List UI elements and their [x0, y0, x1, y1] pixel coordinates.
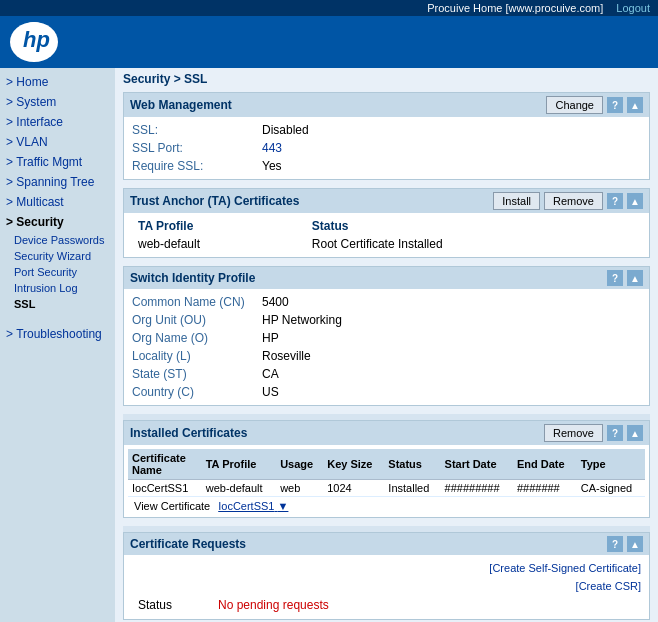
view-cert-select[interactable]: IocCertSS1 ▼ [218, 500, 288, 512]
installed-certs-actions: Remove ? ▲ [544, 424, 643, 442]
installed-certs-title: Installed Certificates [130, 426, 247, 440]
sidebar-sub-security-wizard[interactable]: Security Wizard [0, 248, 115, 264]
sidebar: > Home > System > Interface > VLAN > Tra… [0, 68, 115, 622]
cn-label: Common Name (CN) [132, 295, 262, 309]
col-cert-name: CertificateName [128, 449, 202, 480]
ta-col-profile: TA Profile [132, 217, 306, 235]
col-key-size: Key Size [323, 449, 384, 480]
svg-text:hp: hp [23, 27, 50, 52]
cert-req-status-value: No pending requests [218, 598, 329, 612]
org-value: HP [262, 331, 279, 345]
dropdown-icon: ▼ [278, 500, 289, 512]
ssl-port-value: 443 [262, 141, 282, 155]
ssl-label: SSL: [132, 123, 262, 137]
switch-identity-panel: Switch Identity Profile ? ▲ Common Name … [123, 266, 650, 406]
require-ssl-label: Require SSL: [132, 159, 262, 173]
sidebar-item-system[interactable]: > System [0, 92, 115, 112]
sidebar-item-vlan[interactable]: > VLAN [0, 132, 115, 152]
col-ta-profile: TA Profile [202, 449, 276, 480]
require-ssl-row: Require SSL: Yes [132, 157, 641, 175]
cert-row: IocCertSS1 web-default web 1024 Installe… [128, 480, 645, 497]
cert-type: CA-signed [577, 480, 645, 497]
view-cert-label: View Certificate [134, 500, 210, 512]
web-management-title: Web Management [130, 98, 232, 112]
switch-identity-actions: ? ▲ [607, 270, 643, 286]
remove-ta-button[interactable]: Remove [544, 192, 603, 210]
ta-certs-header: Trust Anchor (TA) Certificates Install R… [124, 189, 649, 213]
sidebar-item-security[interactable]: > Security [0, 212, 115, 232]
change-button[interactable]: Change [546, 96, 603, 114]
breadcrumb: Security > SSL [123, 72, 650, 86]
ou-label: Org Unit (OU) [132, 313, 262, 327]
main-layout: > Home > System > Interface > VLAN > Tra… [0, 68, 658, 622]
create-self-signed-link[interactable]: [Create Self-Signed Certificate] [489, 562, 641, 574]
country-row: Country (C) US [132, 383, 641, 401]
sidebar-item-troubleshooting[interactable]: > Troubleshooting [0, 324, 115, 344]
web-management-panel: Web Management Change ? ▲ SSL: Disabled … [123, 92, 650, 180]
ssl-value: Disabled [262, 123, 309, 137]
header: hp [0, 16, 658, 68]
si-help-icon[interactable]: ? [607, 270, 623, 286]
installed-certs-panel: Installed Certificates Remove ? ▲ Certif… [123, 420, 650, 518]
ic-help-icon[interactable]: ? [607, 425, 623, 441]
cert-usage: web [276, 480, 323, 497]
sidebar-sub-intrusion-log[interactable]: Intrusion Log [0, 280, 115, 296]
sidebar-item-spanning[interactable]: > Spanning Tree [0, 172, 115, 192]
col-type: Type [577, 449, 645, 480]
locality-value: Roseville [262, 349, 311, 363]
cert-ta-profile: web-default [202, 480, 276, 497]
ta-collapse-icon[interactable]: ▲ [627, 193, 643, 209]
locality-row: Locality (L) Roseville [132, 347, 641, 365]
switch-identity-header: Switch Identity Profile ? ▲ [124, 267, 649, 289]
cert-requests-panel: Certificate Requests ? ▲ [Create Self-Si… [123, 532, 650, 620]
web-management-header: Web Management Change ? ▲ [124, 93, 649, 117]
cert-key-size: 1024 [323, 480, 384, 497]
sidebar-item-multicast[interactable]: > Multicast [0, 192, 115, 212]
create-csr-link[interactable]: [Create CSR] [576, 580, 641, 592]
ic-collapse-icon[interactable]: ▲ [627, 425, 643, 441]
col-start-date: Start Date [441, 449, 513, 480]
state-label: State (ST) [132, 367, 262, 381]
view-cert-row: View Certificate IocCertSS1 ▼ [128, 497, 645, 515]
cn-value: 5400 [262, 295, 289, 309]
site-name: Procuive Home [www.procuive.com] [427, 2, 603, 14]
sidebar-item-interface[interactable]: > Interface [0, 112, 115, 132]
ta-col-status: Status [306, 217, 641, 235]
cert-requests-actions: ? ▲ [607, 536, 643, 552]
ta-certs-title: Trust Anchor (TA) Certificates [130, 194, 299, 208]
ta-table: TA Profile Status web-default Root Certi… [132, 217, 641, 253]
cert-status: Installed [384, 480, 440, 497]
top-bar: Procuive Home [www.procuive.com] Logout [0, 0, 658, 16]
cr-collapse-icon[interactable]: ▲ [627, 536, 643, 552]
collapse-icon[interactable]: ▲ [627, 97, 643, 113]
remove-cert-button[interactable]: Remove [544, 424, 603, 442]
install-button[interactable]: Install [493, 192, 540, 210]
sidebar-sub-ssl[interactable]: SSL [0, 296, 115, 312]
ou-row: Org Unit (OU) HP Networking [132, 311, 641, 329]
sidebar-sub-device-passwords[interactable]: Device Passwords [0, 232, 115, 248]
sidebar-item-home[interactable]: > Home [0, 72, 115, 92]
cert-start-date: ######### [441, 480, 513, 497]
ta-help-icon[interactable]: ? [607, 193, 623, 209]
sidebar-item-traffic[interactable]: > Traffic Mgmt [0, 152, 115, 172]
locality-label: Locality (L) [132, 349, 262, 363]
country-label: Country (C) [132, 385, 262, 399]
ssl-row: SSL: Disabled [132, 121, 641, 139]
switch-identity-body: Common Name (CN) 5400 Org Unit (OU) HP N… [124, 289, 649, 405]
state-value: CA [262, 367, 279, 381]
cert-end-date: ####### [513, 480, 577, 497]
cert-req-links: [Create Self-Signed Certificate] [132, 559, 641, 577]
col-end-date: End Date [513, 449, 577, 480]
ta-status-value: Root Certificate Installed [306, 235, 641, 253]
view-cert-value: IocCertSS1 [218, 500, 274, 512]
si-collapse-icon[interactable]: ▲ [627, 270, 643, 286]
ssl-port-label: SSL Port: [132, 141, 262, 155]
sidebar-sub-port-security[interactable]: Port Security [0, 264, 115, 280]
cn-row: Common Name (CN) 5400 [132, 293, 641, 311]
logout-link[interactable]: Logout [616, 2, 650, 14]
help-icon[interactable]: ? [607, 97, 623, 113]
cr-help-icon[interactable]: ? [607, 536, 623, 552]
ta-certs-panel: Trust Anchor (TA) Certificates Install R… [123, 188, 650, 258]
cert-req-csr-link-row: [Create CSR] [132, 577, 641, 595]
hp-logo: hp [10, 22, 58, 62]
